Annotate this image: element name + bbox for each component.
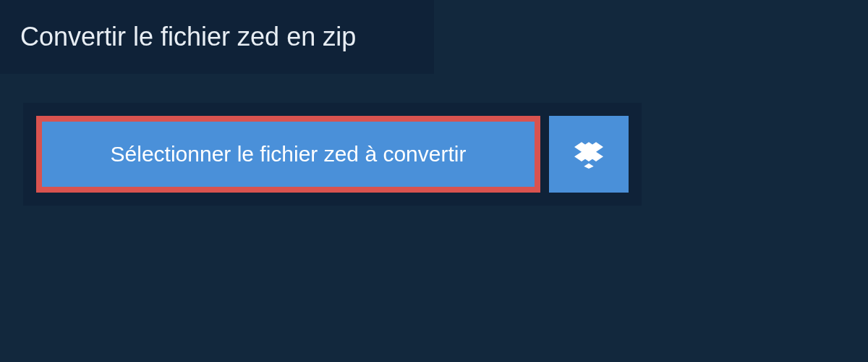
header-bar: Convertir le fichier zed en zip	[0, 0, 434, 74]
dropbox-icon	[574, 140, 603, 169]
page-title: Convertir le fichier zed en zip	[20, 22, 414, 52]
select-file-button[interactable]: Sélectionner le fichier zed à convertir	[36, 116, 540, 193]
upload-section: Sélectionner le fichier zed à convertir	[23, 103, 642, 206]
dropbox-button[interactable]	[549, 116, 629, 193]
